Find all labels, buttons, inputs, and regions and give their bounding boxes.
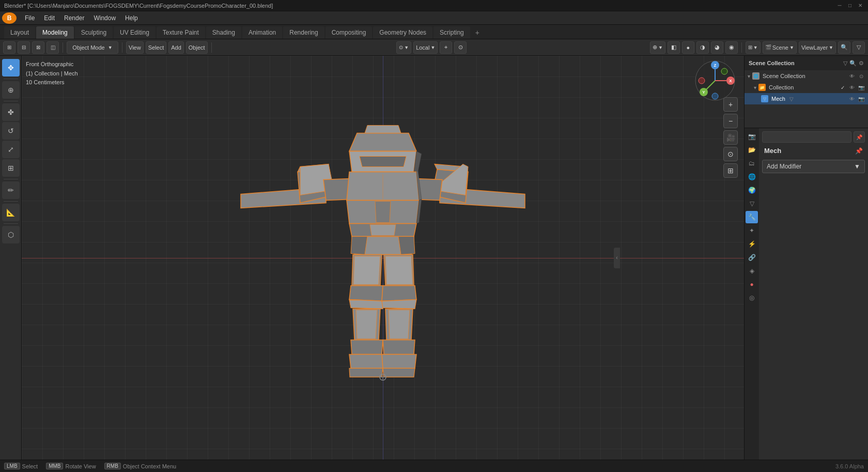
viewport-shading-material[interactable]: ◑ bbox=[696, 41, 709, 54]
shader-properties-tab[interactable]: ◎ bbox=[746, 292, 758, 304]
toggle-quad-btn[interactable]: ⊞ bbox=[723, 163, 738, 178]
maximize-button[interactable]: □ bbox=[846, 2, 854, 9]
constraints-properties-tab[interactable]: 🔗 bbox=[746, 251, 758, 264]
view-layer-select[interactable]: ViewLayer ▼ bbox=[799, 41, 836, 54]
outliner-collection[interactable]: ▾ 📁 Collection ✓ 👁 📷 bbox=[745, 82, 868, 93]
header-button-3[interactable]: ⊠ bbox=[32, 41, 44, 54]
particles-properties-tab[interactable]: ✦ bbox=[746, 224, 758, 237]
select-box-tool[interactable]: ✥ bbox=[2, 59, 20, 77]
select-menu[interactable]: Select bbox=[146, 41, 167, 54]
header-button-1[interactable]: ⊞ bbox=[3, 41, 16, 54]
properties-search-input[interactable] bbox=[762, 131, 851, 143]
mech-render[interactable]: 📷 bbox=[858, 95, 865, 102]
panel-collapse-button[interactable]: ‹ bbox=[614, 248, 620, 268]
output-properties-tab[interactable]: 📂 bbox=[746, 144, 758, 156]
fly-walk-btn[interactable]: ⊙ bbox=[723, 147, 738, 161]
tab-layout[interactable]: Layout bbox=[4, 26, 35, 39]
collection-checkbox[interactable]: ✓ bbox=[839, 84, 846, 91]
collection-icon: 📁 bbox=[758, 84, 766, 91]
header-button-4[interactable]: ◫ bbox=[47, 41, 59, 54]
menu-file[interactable]: File bbox=[21, 12, 39, 24]
scene-collection-restrict[interactable]: ⊙ bbox=[858, 72, 865, 80]
filter-btn[interactable]: ▽ bbox=[853, 41, 865, 54]
tab-compositing[interactable]: Compositing bbox=[326, 26, 373, 39]
add-workspace-button[interactable]: + bbox=[471, 26, 484, 39]
menu-edit[interactable]: Edit bbox=[40, 12, 59, 24]
minimize-button[interactable]: ─ bbox=[836, 2, 843, 9]
tab-shading[interactable]: Shading bbox=[206, 26, 241, 39]
measure-tool[interactable]: 📐 bbox=[2, 204, 20, 221]
tab-uv-editing[interactable]: UV Editing bbox=[114, 26, 156, 39]
viewport-shading-rendered[interactable]: ◕ bbox=[711, 41, 723, 54]
tab-animation[interactable]: Animation bbox=[242, 26, 282, 39]
modifier-properties-tab[interactable]: 🔧 bbox=[746, 211, 758, 223]
outliner-filter-btn[interactable]: ▽ bbox=[843, 60, 847, 67]
physics-properties-tab[interactable]: ⚡ bbox=[746, 238, 758, 250]
local-global-btn[interactable]: Local ▼ bbox=[413, 41, 438, 54]
close-button[interactable]: ✕ bbox=[857, 2, 864, 9]
viewport-shading-solid[interactable]: ● bbox=[682, 41, 694, 54]
tab-modeling[interactable]: Modeling bbox=[36, 26, 74, 39]
tab-scripting[interactable]: Scripting bbox=[433, 26, 470, 39]
outliner-options-btn[interactable]: ⚙ bbox=[859, 60, 864, 67]
annotate-tool[interactable]: ✏ bbox=[2, 181, 20, 199]
viewport-3d[interactable]: Front Orthographic (1) Collection | Mech… bbox=[22, 56, 744, 460]
properties-pin-button[interactable]: 📌 bbox=[854, 131, 865, 143]
view-layer-properties-tab[interactable]: 🗂 bbox=[746, 157, 758, 170]
camera-view-btn[interactable]: 🎥 bbox=[723, 130, 738, 145]
transform-origin-btn[interactable]: ⊙ ▼ bbox=[396, 41, 411, 54]
svg-marker-31 bbox=[349, 299, 384, 309]
transform-tool[interactable]: ⊞ bbox=[2, 159, 20, 177]
scene-collection-visibility[interactable]: 👁 bbox=[848, 72, 856, 80]
menu-help[interactable]: Help bbox=[121, 12, 142, 24]
scene-properties-tab[interactable]: 🌐 bbox=[746, 171, 758, 183]
cursor-tool[interactable]: ⊕ bbox=[2, 81, 20, 99]
gizmo-btn[interactable]: ⊞ ▼ bbox=[746, 41, 761, 54]
menu-window[interactable]: Window bbox=[89, 12, 120, 24]
object-menu[interactable]: Object bbox=[186, 41, 208, 54]
blender-logo[interactable]: B bbox=[2, 12, 17, 24]
outliner-mech[interactable]: ▽ Mech ▽ 👁 📷 bbox=[745, 93, 868, 104]
object-pin-icon[interactable]: 📌 bbox=[855, 147, 863, 155]
object-properties-tab[interactable]: ▽ bbox=[746, 197, 758, 210]
move-tool[interactable]: ✤ bbox=[2, 103, 20, 121]
zoom-out-btn[interactable]: − bbox=[723, 114, 738, 128]
collection-visibility[interactable]: 👁 bbox=[848, 84, 856, 91]
view-menu[interactable]: View bbox=[126, 41, 144, 54]
scene-collection-arrow[interactable]: ▾ bbox=[748, 73, 750, 79]
object-mode-dropdown[interactable]: Object Mode ▼ bbox=[67, 41, 118, 54]
snap-btn[interactable]: ⌖ bbox=[440, 41, 452, 54]
render-properties-tab[interactable]: 📷 bbox=[746, 130, 758, 143]
material-properties-tab[interactable]: ● bbox=[746, 278, 758, 291]
zoom-in-btn[interactable]: + bbox=[723, 97, 738, 112]
rotate-tool[interactable]: ↺ bbox=[2, 122, 20, 140]
overlays-btn[interactable]: ⊕ ▼ bbox=[650, 41, 665, 54]
add-modifier-label: Add Modifier bbox=[767, 163, 801, 170]
collection-render[interactable]: 📷 bbox=[858, 84, 865, 91]
svg-marker-20 bbox=[375, 201, 391, 222]
tab-geometry-nodes[interactable]: Geometry Nodes bbox=[373, 26, 432, 39]
scale-tool[interactable]: ⤢ bbox=[2, 141, 20, 158]
left-toolbar: ✥ ⊕ ✤ ↺ ⤢ ⊞ ✏ 📐 ⬡ bbox=[0, 56, 22, 460]
toolbar-separator-2 bbox=[122, 42, 122, 53]
xray-btn[interactable]: ◧ bbox=[668, 41, 680, 54]
tab-sculpting[interactable]: Sculpting bbox=[75, 26, 113, 39]
search-btn[interactable]: 🔍 bbox=[838, 41, 850, 54]
viewport-axis-widget[interactable]: Z X Y bbox=[694, 60, 736, 103]
collection-arrow[interactable]: ▾ bbox=[754, 85, 756, 90]
object-data-properties-tab[interactable]: ◈ bbox=[746, 265, 758, 277]
viewport-shading-wireframe[interactable]: ◉ bbox=[725, 41, 738, 54]
outliner-search-btn[interactable]: 🔍 bbox=[849, 60, 857, 67]
add-menu[interactable]: Add bbox=[168, 41, 184, 54]
add-cube-tool[interactable]: ⬡ bbox=[2, 226, 20, 243]
scene-select[interactable]: 🎬 Scene ▼ bbox=[763, 41, 797, 54]
mech-visibility[interactable]: 👁 bbox=[848, 95, 856, 102]
outliner-scene-collection[interactable]: ▾ 🌐 Scene Collection 👁 ⊙ bbox=[745, 70, 868, 82]
world-properties-tab[interactable]: 🌍 bbox=[746, 184, 758, 196]
menu-render[interactable]: Render bbox=[60, 12, 88, 24]
add-modifier-button[interactable]: Add Modifier ▼ bbox=[762, 160, 865, 173]
tab-rendering[interactable]: Rendering bbox=[283, 26, 324, 39]
header-button-2[interactable]: ⊟ bbox=[18, 41, 30, 54]
tab-texture-paint[interactable]: Texture Paint bbox=[157, 26, 205, 39]
proportional-edit-btn[interactable]: ⊙ bbox=[454, 41, 467, 54]
